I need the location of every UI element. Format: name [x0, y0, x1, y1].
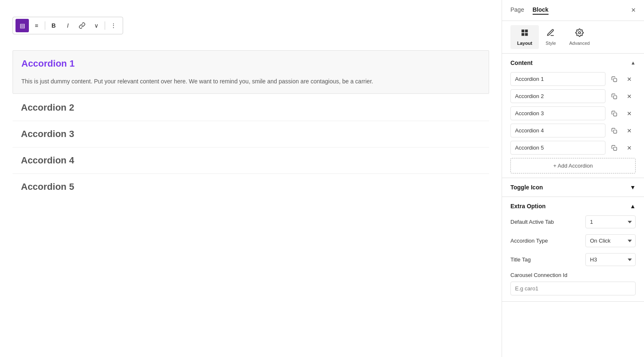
- default-active-tab-row: Default Active Tab 1 2 3: [510, 215, 636, 228]
- tab-block[interactable]: Block: [533, 6, 549, 15]
- sub-tab-advanced[interactable]: Advanced: [563, 25, 597, 49]
- accordion-1-title: Accordion 1: [13, 51, 489, 77]
- title-tag-label: Title Tag: [510, 256, 585, 263]
- svg-rect-2: [522, 33, 525, 36]
- accordion-input-3[interactable]: [510, 106, 605, 120]
- title-tag-select[interactable]: H3 H1 H2 H4: [585, 253, 636, 266]
- editor-toolbar: ▤ ≡ B I ∨ ⋮: [13, 17, 123, 34]
- layout-label: Layout: [517, 41, 532, 46]
- carousel-connection-id-field: Carousel Connection Id: [510, 272, 636, 295]
- toggle-icon-label: Toggle Icon: [510, 184, 543, 191]
- toggle-icon-section: Toggle Icon ▼: [502, 178, 644, 197]
- advanced-label: Advanced: [569, 41, 590, 46]
- layout-icon: [520, 28, 529, 39]
- style-label: Style: [546, 41, 556, 46]
- accordion-row-3: ✕: [510, 106, 636, 120]
- duplicate-accordion-2-button[interactable]: [608, 90, 621, 103]
- content-chevron-up-icon: ▲: [631, 60, 636, 66]
- accordion-item-3[interactable]: Accordion 3: [13, 121, 489, 147]
- close-panel-button[interactable]: ×: [631, 6, 636, 15]
- accordion-type-row: Accordion Type On Click On Hover: [510, 234, 636, 247]
- main-content-area: ▤ ≡ B I ∨ ⋮ Accordion 1 This is just dum…: [0, 0, 502, 357]
- delete-accordion-4-button[interactable]: ✕: [623, 124, 636, 137]
- accordion-type-label: Accordion Type: [510, 238, 585, 244]
- extra-option-label: Extra Option: [510, 203, 546, 210]
- svg-rect-8: [613, 130, 617, 133]
- delete-accordion-1-button[interactable]: ✕: [623, 73, 636, 85]
- text-align-button[interactable]: ≡: [30, 19, 43, 32]
- accordion-row-1: ✕: [510, 72, 636, 86]
- default-active-tab-label: Default Active Tab: [510, 219, 585, 225]
- accordion-input-4[interactable]: [510, 124, 605, 137]
- duplicate-accordion-3-button[interactable]: [608, 107, 621, 120]
- tab-page[interactable]: Page: [510, 6, 524, 15]
- svg-point-4: [579, 32, 581, 34]
- svg-rect-7: [613, 113, 617, 116]
- accordions-list: ✕ ✕ ✕ ✕: [502, 72, 644, 178]
- toolbar-divider-2: [105, 21, 105, 30]
- accordion-display: Accordion 1 This is just dummy content. …: [13, 50, 489, 200]
- carousel-connection-id-input[interactable]: [510, 282, 636, 295]
- sub-tab-style[interactable]: Style: [539, 25, 562, 49]
- svg-rect-6: [613, 96, 617, 99]
- advanced-icon: [575, 28, 584, 39]
- accordion-row-2: ✕: [510, 89, 636, 103]
- accordion-tool-button[interactable]: ▤: [15, 19, 29, 32]
- duplicate-accordion-5-button[interactable]: [608, 142, 621, 154]
- dropdown-button[interactable]: ∨: [90, 19, 103, 32]
- sub-tabs: Layout Style Advanced: [502, 21, 644, 54]
- accordion-type-select[interactable]: On Click On Hover: [585, 234, 636, 247]
- italic-button[interactable]: I: [61, 19, 75, 32]
- accordion-item-5[interactable]: Accordion 5: [13, 174, 489, 200]
- add-accordion-button[interactable]: + Add Accordion: [510, 158, 636, 173]
- toggle-icon-chevron-down-icon: ▼: [630, 184, 636, 191]
- svg-rect-5: [613, 78, 617, 82]
- delete-accordion-3-button[interactable]: ✕: [623, 107, 636, 120]
- svg-rect-0: [522, 30, 525, 33]
- duplicate-accordion-1-button[interactable]: [608, 73, 621, 85]
- svg-rect-1: [525, 30, 528, 33]
- toggle-icon-section-header[interactable]: Toggle Icon ▼: [502, 178, 644, 197]
- panel-tabs: Page Block: [510, 6, 549, 15]
- extra-option-section: Extra Option ▲ Default Active Tab 1 2 3 …: [502, 197, 644, 302]
- style-icon: [546, 28, 555, 39]
- accordion-input-2[interactable]: [510, 89, 605, 103]
- svg-rect-3: [525, 33, 528, 36]
- accordion-row-4: ✕: [510, 124, 636, 137]
- accordion-item-2[interactable]: Accordion 2: [13, 95, 489, 121]
- link-button[interactable]: [75, 19, 89, 32]
- accordion-item-4[interactable]: Accordion 4: [13, 147, 489, 174]
- extra-option-chevron-up-icon: ▲: [630, 203, 636, 210]
- default-active-tab-select[interactable]: 1 2 3: [585, 215, 636, 228]
- content-section-label: Content: [510, 60, 533, 66]
- content-section-header[interactable]: Content ▲: [502, 54, 644, 72]
- accordion-1-body: This is just dummy content. Put your rel…: [13, 77, 489, 93]
- carousel-connection-id-label: Carousel Connection Id: [510, 272, 636, 278]
- bold-button[interactable]: B: [47, 19, 60, 32]
- right-panel: Page Block × Layout Style Advanced Co: [502, 0, 644, 357]
- title-tag-row: Title Tag H3 H1 H2 H4: [510, 253, 636, 266]
- accordion-input-1[interactable]: [510, 72, 605, 86]
- toolbar-divider-1: [45, 21, 45, 30]
- svg-rect-9: [613, 147, 617, 150]
- accordion-row-5: ✕: [510, 141, 636, 155]
- sub-tab-layout[interactable]: Layout: [510, 25, 539, 49]
- accordion-input-5[interactable]: [510, 141, 605, 155]
- delete-accordion-2-button[interactable]: ✕: [623, 90, 636, 103]
- extra-option-body: Default Active Tab 1 2 3 Accordion Type …: [502, 215, 644, 301]
- extra-option-section-header[interactable]: Extra Option ▲: [502, 197, 644, 215]
- more-options-button[interactable]: ⋮: [107, 19, 120, 32]
- panel-header: Page Block ×: [502, 0, 644, 21]
- duplicate-accordion-4-button[interactable]: [608, 124, 621, 137]
- accordion-item-1-expanded: Accordion 1 This is just dummy content. …: [13, 50, 489, 94]
- delete-accordion-5-button[interactable]: ✕: [623, 142, 636, 154]
- content-section: Content ▲ ✕ ✕: [502, 54, 644, 178]
